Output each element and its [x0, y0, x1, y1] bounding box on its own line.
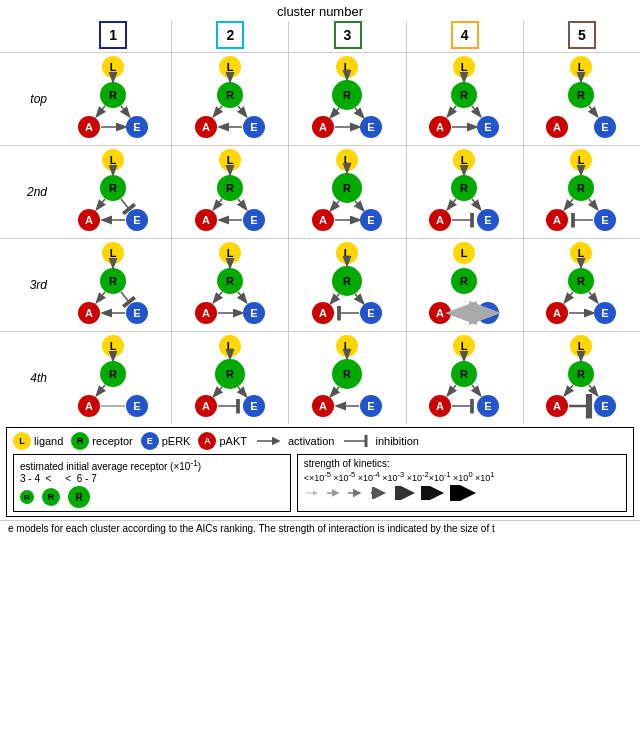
- legend-R-label: receptor: [92, 435, 132, 447]
- svg-text:E: E: [250, 307, 257, 319]
- cluster-3-header: 3: [289, 21, 406, 52]
- svg-line-154: [355, 294, 363, 303]
- svg-1-3rd: L R A E: [71, 241, 156, 329]
- svg-text:R: R: [109, 89, 117, 101]
- svg-text:R: R: [343, 182, 351, 194]
- svg-text:L: L: [226, 61, 233, 73]
- kinetics-arrow-2: [325, 488, 343, 498]
- svg-text:E: E: [367, 400, 374, 412]
- svg-4-3rd: L R A E: [422, 241, 507, 329]
- kinetics-arrow-6: [421, 486, 447, 500]
- svg-line-89: [331, 201, 339, 210]
- svg-text:A: A: [319, 214, 327, 226]
- legend-R-node: R: [71, 432, 89, 450]
- svg-text:E: E: [133, 214, 140, 226]
- network-svg-3-top: L R A E: [305, 55, 390, 143]
- legend-A-label: pAKT: [219, 435, 247, 447]
- svg-line-90: [355, 201, 363, 210]
- net-5-4th: L R A E: [524, 332, 640, 424]
- svg-text:R: R: [226, 182, 234, 194]
- svg-text:A: A: [85, 307, 93, 319]
- svg-text:R: R: [226, 368, 234, 380]
- svg-1-2nd: L R A E: [71, 148, 156, 236]
- legend-A: A pAKT: [198, 432, 247, 450]
- cluster-4-header: 4: [407, 21, 524, 52]
- header-title: cluster number: [0, 0, 640, 21]
- legend-receptor-title: estimated initial average receptor (×10-…: [20, 458, 284, 472]
- cluster-1-header: 1: [55, 21, 172, 52]
- svg-text:L: L: [461, 61, 468, 73]
- svg-text:L: L: [109, 247, 116, 259]
- svg-line-77: [214, 199, 222, 209]
- row-3rd: 3rd L R A E: [0, 238, 640, 331]
- label-2nd: 2nd: [0, 185, 55, 199]
- svg-text:A: A: [202, 400, 210, 412]
- svg-text:E: E: [250, 214, 257, 226]
- legend-R-medium: R: [42, 488, 60, 506]
- svg-3-3rd: L R A E: [305, 241, 390, 329]
- svg-text:A: A: [85, 121, 93, 133]
- inhibition-arrow-icon: [342, 434, 372, 448]
- svg-text:L: L: [578, 61, 585, 73]
- net-4-top: L R A E: [407, 53, 524, 145]
- svg-3-4th: L R A E: [305, 334, 390, 422]
- net-1-top: L R A E: [55, 53, 172, 145]
- svg-text:R: R: [577, 182, 585, 194]
- legend-R-small: R: [20, 490, 34, 504]
- svg-line-175: [589, 292, 597, 302]
- svg-line-7: [121, 106, 129, 116]
- legend-L-node: L: [13, 432, 31, 450]
- svg-text:A: A: [319, 400, 327, 412]
- svg-text:A: A: [436, 400, 444, 412]
- svg-line-65: [97, 199, 105, 209]
- cluster-5-box: 5: [568, 21, 596, 49]
- svg-text:L: L: [344, 247, 351, 259]
- legend-L: L ligand: [13, 432, 63, 450]
- kinetics-arrow-7: [450, 485, 478, 501]
- bottom-caption: e models for each cluster according to t…: [0, 520, 640, 536]
- network-svg-4-top: L R A E: [422, 55, 507, 143]
- svg-line-115: [565, 199, 573, 209]
- legend-subboxes: estimated initial average receptor (×10-…: [13, 454, 627, 512]
- svg-text:E: E: [602, 307, 609, 319]
- svg-line-237: [565, 385, 573, 395]
- kinetics-arrow-5: [394, 486, 418, 500]
- net-3-4th: L R A E: [289, 332, 406, 424]
- svg-text:A: A: [553, 307, 561, 319]
- svg-text:R: R: [226, 275, 234, 287]
- svg-line-54: [589, 106, 597, 116]
- svg-text:L: L: [578, 154, 585, 166]
- svg-text:A: A: [436, 214, 444, 226]
- svg-text:L: L: [226, 154, 233, 166]
- svg-line-225: [472, 385, 480, 395]
- svg-line-212: [331, 387, 339, 396]
- svg-text:L: L: [344, 154, 351, 166]
- svg-text:R: R: [460, 368, 468, 380]
- svg-5-3rd: L R A E: [539, 241, 624, 329]
- svg-text:R: R: [577, 89, 585, 101]
- svg-text:R: R: [343, 275, 351, 287]
- cluster-2-box: 2: [216, 21, 244, 49]
- svg-line-42: [448, 106, 456, 116]
- svg-text:R: R: [226, 89, 234, 101]
- net-1-3rd: L R A E: [55, 239, 172, 331]
- svg-text:E: E: [367, 307, 374, 319]
- legend-kinetics-title: strength of kinetics:: [304, 458, 620, 469]
- svg-text:A: A: [436, 121, 444, 133]
- svg-4-2nd: L R A E: [422, 148, 507, 236]
- svg-line-128: [97, 292, 105, 302]
- svg-text:E: E: [602, 400, 609, 412]
- legend-E-node: E: [141, 432, 159, 450]
- svg-line-174: [565, 292, 573, 302]
- legend-R-large: R: [68, 486, 90, 508]
- svg-5-2nd: L R A E: [539, 148, 624, 236]
- legend-E: E pERK: [141, 432, 191, 450]
- svg-text:A: A: [553, 214, 561, 226]
- net-4-2nd: L R A E: [407, 146, 524, 238]
- svg-line-238: [589, 385, 597, 395]
- legend-inhibition-label: inhibition: [375, 435, 418, 447]
- svg-3-2nd: L R A E: [305, 148, 390, 236]
- svg-text:L: L: [226, 247, 233, 259]
- network-svg-2-top: L R A E: [188, 55, 273, 143]
- svg-line-102: [448, 199, 456, 209]
